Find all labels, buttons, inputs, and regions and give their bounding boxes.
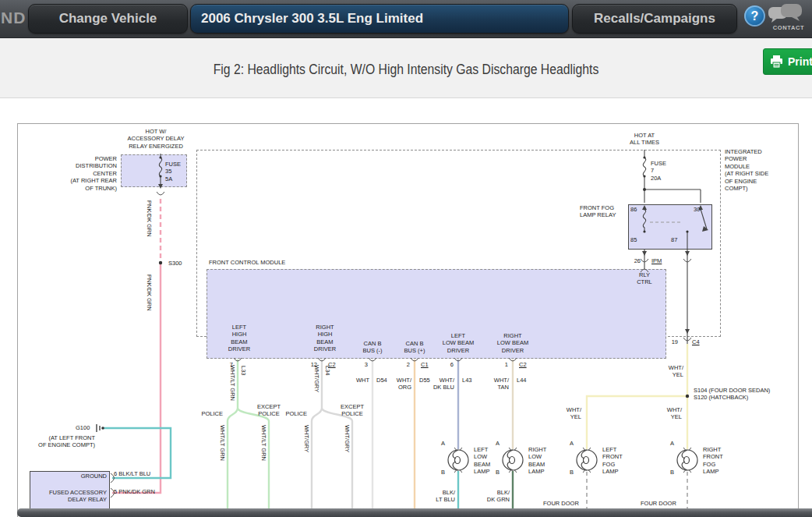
circuit-l44-label: L44: [517, 377, 527, 384]
pin-5-pnk-dk-grn-label: 5 PNK/DK GRN: [114, 488, 155, 495]
horizontal-scrollbar[interactable]: [17, 508, 812, 517]
lamp4-pin-a: A: [670, 440, 674, 447]
figure-header: Fig 2: Headlights Circuit, W/O High Inte…: [0, 37, 812, 98]
tab-current-vehicle-label: 2006 Chrysler 300 3.5L Eng Limited: [201, 11, 423, 27]
fuse-7-label: FUSE 7 20A: [651, 160, 666, 182]
rly-ctrl-label: RLY CTRL: [623, 271, 665, 286]
wire-wht-lt-grn-police-label: WHT/LT GRN: [219, 425, 226, 461]
tab-current-vehicle[interactable]: 2006 Chrysler 300 3.5L Eng Limited: [190, 4, 569, 34]
fcm-pin-1: 1: [492, 361, 508, 368]
wire-wht-org-label: WHT/ ORG: [387, 377, 411, 391]
power-distribution-center-label: POWER DISTRIBUTION CENTER (AT RIGHT REAR…: [45, 155, 117, 192]
lamp3-name: LEFT FRONT FOG LAMP: [602, 446, 623, 476]
tab-recalls-campaigns[interactable]: Recalls/Campaigns: [572, 4, 737, 34]
wire-wht-tan-label: WHT/ TAN: [480, 377, 509, 391]
conn-pin-19: 19: [664, 338, 678, 345]
figure-title: Fig 2: Headlights Circuit, W/O High Inte…: [41, 62, 771, 78]
lamp3-pin-a: A: [570, 440, 574, 447]
lamp4-pin-b: B: [670, 469, 674, 476]
app-root: { "top_bar": { "logo": "ND", "tabs": [ {…: [0, 0, 812, 517]
driver-left-low-beam: LEFT LOW BEAM DRIVER: [427, 332, 489, 354]
wire-wht-yel-left-label: WHT/ YEL: [556, 406, 581, 421]
four-door-label-left: FOUR DOOR: [543, 500, 579, 507]
lamp1-name: LEFT LOW BEAM LAMP: [474, 446, 490, 476]
except-police-branch-2-label: EXCEPT POLICE: [334, 403, 370, 418]
fcm-pin-ground-label: GROUND: [35, 473, 107, 480]
police-branch-1-label: POLICE: [192, 410, 223, 417]
wire-wht-lt-grn-pin7-label: WHT/LT GRN: [229, 365, 236, 401]
four-door-label-right: FOUR DOOR: [641, 500, 676, 507]
tab-change-vehicle-label: Change Vehicle: [59, 11, 157, 27]
integrated-power-module-label: INTEGRATED POWER MODULE (AT RIGHT SIDE O…: [725, 148, 768, 192]
wire-wht-dk-blu-label: WHT/ DK BLU: [420, 377, 454, 391]
front-fog-lamp-relay-label: FRONT FOG LAMP RELAY: [580, 204, 616, 219]
help-icon[interactable]: ?: [744, 5, 765, 27]
lamp1-pin-b: B: [441, 469, 445, 476]
fcm-pin-3: 3: [352, 361, 368, 368]
pin-6-blk-lt-blu-label: 6 BLK/LT BLU: [114, 470, 150, 477]
circuit-d54-label: D54: [376, 377, 387, 384]
lamp4-name: RIGHT FRONT FOG LAMP: [703, 446, 723, 476]
conn-l34-label: L34: [324, 366, 331, 376]
contact-bubbles-icon: [767, 2, 804, 23]
wire-wht-yel-right-label: WHT/ YEL: [657, 406, 682, 421]
fuse-35-label: FUSE 35 5A: [165, 161, 181, 182]
relay-pin-86: 86: [630, 206, 637, 213]
lamp3-pin-b: B: [570, 469, 574, 476]
tab-change-vehicle[interactable]: Change Vehicle: [28, 4, 188, 34]
conn-c1-pin2: C1: [421, 361, 429, 368]
relay-pin-87: 87: [671, 236, 677, 243]
wire-pnk-dk-grn-upper-label: PNK/DK GRN: [146, 200, 153, 237]
ground-g100-label: G100: [76, 424, 90, 431]
wire-blk-lt-blu-label: BLK/ LT BLU: [427, 489, 455, 504]
hot-at-all-times-label: HOT AT ALL TIMES: [616, 132, 673, 147]
wire-blk-dk-grn-label: BLK/ DK GRN: [480, 489, 510, 504]
driver-right-low-beam: RIGHT LOW BEAM DRIVER: [482, 332, 544, 354]
brand-logo: ND: [1, 9, 26, 27]
relay-pin-85: 85: [630, 236, 637, 243]
lamp1-pin-a: A: [441, 440, 445, 447]
fcm-pin-6: 6: [438, 361, 454, 368]
lamp2-pin-a: A: [496, 440, 500, 447]
fcm-pin-2: 2: [394, 361, 410, 368]
wire-wht-lt-grn-except-label: WHT/LT GRN: [260, 425, 267, 461]
print-button-label: Print: [788, 55, 812, 68]
wire-wht-label: WHT: [346, 377, 369, 384]
contact-label: CONTACT: [767, 24, 810, 31]
police-branch-2-label: POLICE: [276, 410, 307, 417]
wire-wht-gry-pin12-label: WHT/GRY: [313, 365, 320, 392]
contact-button[interactable]: CONTACT: [767, 2, 810, 35]
g100-location-label: (AT LEFT FRONT OF ENGINE COMPT): [22, 434, 95, 449]
circuit-l43-label: L43: [462, 377, 472, 384]
conn-ipm-name: IPM: [651, 257, 662, 264]
front-control-module-label: FRONT CONTROL MODULE: [209, 259, 285, 266]
splice-s300-label: S300: [168, 260, 182, 267]
relay-pin-30: 30: [694, 206, 700, 213]
lamp2-name: RIGHT LOW BEAM LAMP: [528, 446, 546, 476]
splice-s104-s120-label: S104 (FOUR DOOR SEDAN) S120 (HATCHBACK): [694, 387, 770, 402]
tab-recalls-campaigns-label: Recalls/Campaigns: [594, 11, 715, 27]
conn-c4-name: C4: [692, 338, 700, 345]
driver-left-high-beam: LEFT HIGH BEAM DRIVER: [208, 324, 270, 353]
wire-wht-yel-top-label: WHT/ YEL: [658, 364, 683, 379]
help-icon-glyph: ?: [751, 9, 759, 23]
conn-c2-pin1: C2: [519, 361, 527, 368]
print-icon: [770, 55, 783, 68]
fcm-pin-fused-accessory-label: FUSED ACCESSORY DELAY RELAY: [35, 489, 107, 504]
wire-wht-gry-except-label: WHT/GRY: [344, 425, 351, 452]
wire-pnk-dk-grn-lower-label: PNK/DK GRN: [146, 274, 153, 311]
print-button[interactable]: Print: [763, 48, 812, 75]
conn-pin-26: 26: [625, 257, 641, 264]
conn-l33-label: L33: [240, 366, 247, 376]
wire-wht-gry-police-label: WHT/GRY: [303, 425, 310, 452]
lamp2-pin-b: B: [496, 469, 500, 476]
top-bar: ND Change Vehicle 2006 Chrysler 300 3.5L…: [0, 0, 812, 38]
hot-accessory-delay-label: HOT W/ ACCESSORY DELAY RELAY ENERGIZED: [104, 128, 208, 150]
